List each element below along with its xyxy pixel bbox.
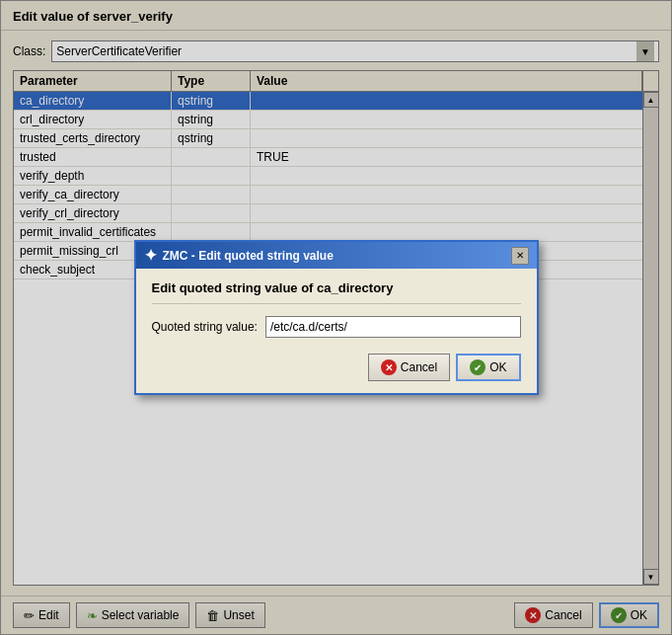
modal-cancel-icon: ✕ bbox=[381, 359, 397, 375]
modal-star-icon: ✦ bbox=[144, 246, 157, 265]
modal-close-button[interactable]: ✕ bbox=[511, 247, 529, 265]
modal-subtitle: Edit quoted string value of ca_directory bbox=[152, 280, 521, 304]
modal-cancel-label: Cancel bbox=[401, 360, 437, 374]
modal-dialog: ✦ ZMC - Edit quoted string value ✕ Edit … bbox=[134, 240, 539, 395]
modal-cancel-button[interactable]: ✕ Cancel bbox=[368, 354, 450, 381]
modal-title-text: ✦ ZMC - Edit quoted string value bbox=[144, 246, 334, 265]
modal-field-row: Quoted string value: bbox=[152, 316, 521, 338]
modal-ok-icon: ✔ bbox=[470, 359, 485, 375]
modal-titlebar: ✦ ZMC - Edit quoted string value ✕ bbox=[136, 242, 537, 269]
modal-ok-button[interactable]: ✔ OK bbox=[456, 354, 520, 381]
modal-buttons: ✕ Cancel ✔ OK bbox=[152, 350, 521, 381]
modal-overlay: ✦ ZMC - Edit quoted string value ✕ Edit … bbox=[1, 1, 671, 634]
modal-body: Edit quoted string value of ca_directory… bbox=[136, 269, 537, 393]
modal-title-label: ZMC - Edit quoted string value bbox=[163, 249, 334, 263]
main-dialog: Edit value of server_verify Class: Serve… bbox=[0, 0, 672, 635]
modal-field-label: Quoted string value: bbox=[152, 320, 258, 334]
quoted-string-input[interactable] bbox=[265, 316, 521, 338]
modal-ok-label: OK bbox=[489, 360, 506, 374]
